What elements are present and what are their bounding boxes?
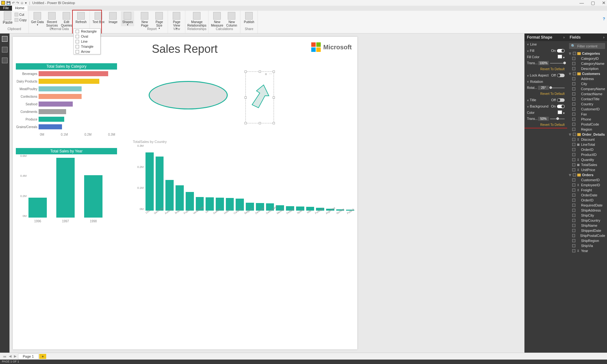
bg-trans-slider[interactable] bbox=[550, 119, 565, 119]
field-categoryname[interactable]: CategoryName bbox=[567, 61, 607, 66]
fill-toggle[interactable] bbox=[557, 49, 565, 52]
field-companyname[interactable]: CompanyName bbox=[567, 86, 607, 91]
line-section[interactable]: ∨Line bbox=[524, 41, 567, 47]
minimize-button[interactable]: — bbox=[579, 0, 584, 5]
shape-option-arrow[interactable]: Arrow bbox=[74, 49, 100, 54]
field-shippostalcode[interactable]: ShipPostalCode bbox=[567, 233, 607, 238]
page-prev-icon[interactable]: ◀ bbox=[8, 354, 12, 358]
rotation-slider[interactable] bbox=[550, 88, 565, 88]
page-first-icon[interactable]: ⏮ bbox=[2, 355, 7, 358]
bg-toggle[interactable] bbox=[557, 105, 565, 108]
field-customerid[interactable]: CustomerID bbox=[567, 107, 607, 112]
title-section[interactable]: ∨ TitleOff bbox=[524, 97, 567, 103]
tab-file[interactable]: File bbox=[0, 6, 12, 11]
chart-sales-by-category[interactable]: Total Sales by Category BeveragesDairy P… bbox=[16, 63, 117, 136]
chart-sales-by-country[interactable]: TotalSales by Country 0.3M0.2M0.1M0M USA… bbox=[133, 139, 354, 215]
field-city[interactable]: City bbox=[567, 81, 607, 86]
shapes-button[interactable]: Shapes▼ bbox=[121, 11, 134, 26]
bg-trans-input[interactable] bbox=[538, 117, 549, 121]
field-freight[interactable]: ΣFreight bbox=[567, 188, 607, 193]
paste-button[interactable]: Paste bbox=[2, 11, 13, 25]
field-shippeddate[interactable]: ShippedDate bbox=[567, 228, 607, 233]
shape-option-triangle[interactable]: Triangle bbox=[74, 44, 100, 49]
get-data-button[interactable]: Get Data▼ bbox=[31, 11, 44, 26]
bg-color-swatch[interactable] bbox=[558, 110, 562, 114]
field-shipname[interactable]: ShipName bbox=[567, 223, 607, 228]
field-region[interactable]: Region bbox=[567, 127, 607, 132]
shape-option-rectangle[interactable]: Rectangle bbox=[74, 29, 100, 34]
tab-home[interactable]: Home bbox=[12, 6, 28, 11]
close-button[interactable]: ✕ bbox=[602, 0, 606, 5]
field-contacttitle[interactable]: ContactTitle bbox=[567, 96, 607, 102]
copy-button[interactable]: Copy bbox=[15, 17, 27, 22]
new-measure-button[interactable]: New Measure bbox=[210, 11, 224, 27]
field-customerid[interactable]: CustomerID bbox=[567, 177, 607, 182]
lock-toggle[interactable] bbox=[557, 74, 565, 77]
oval-shape[interactable] bbox=[149, 81, 228, 109]
more-options-icon[interactable]: ⋯ bbox=[269, 72, 272, 76]
field-description[interactable]: Description bbox=[567, 66, 607, 71]
format-shape-header[interactable]: Format Shape› bbox=[524, 34, 567, 41]
maximize-button[interactable]: ▢ bbox=[591, 0, 595, 5]
fill-section[interactable]: ∨ FillOn bbox=[524, 47, 567, 54]
field-year[interactable]: ΣYear bbox=[567, 248, 607, 253]
lock-aspect-section[interactable]: ∨ Lock AspectOff bbox=[524, 72, 567, 78]
qat-undo-icon[interactable]: ↶ bbox=[12, 1, 15, 5]
field-postalcode[interactable]: PostalCode bbox=[567, 122, 607, 127]
shape-option-oval[interactable]: Oval bbox=[74, 34, 100, 39]
new-page-button[interactable]: New Page bbox=[138, 11, 151, 27]
selected-arrow-shape[interactable]: ≡ ⋯ bbox=[245, 71, 274, 123]
field-phone[interactable]: Phone bbox=[567, 117, 607, 122]
page-tab[interactable]: Page 1 bbox=[18, 354, 39, 359]
chart-sales-by-year[interactable]: Total Sales by Year 0.6M0.4M0.2M0M 19961… bbox=[16, 148, 117, 223]
field-shipcity[interactable]: ShipCity bbox=[567, 213, 607, 218]
field-orderid[interactable]: OrderID bbox=[567, 147, 607, 152]
rotation-section[interactable]: ∨Rotation bbox=[524, 78, 567, 85]
field-discount[interactable]: ΣDiscount bbox=[567, 137, 607, 142]
shape-option-line[interactable]: Line bbox=[74, 39, 100, 44]
field-shipregion[interactable]: ShipRegion bbox=[567, 238, 607, 243]
field-orderid[interactable]: OrderID bbox=[567, 198, 607, 203]
rotation-input[interactable] bbox=[538, 86, 549, 90]
field-totalsales[interactable]: ▦TotalSales bbox=[567, 162, 607, 167]
field-requireddate[interactable]: RequiredDate bbox=[567, 203, 607, 208]
drag-handle-icon[interactable]: ≡ bbox=[265, 72, 267, 76]
table-order_details[interactable]: ▽Order_Details bbox=[567, 132, 607, 137]
title-toggle[interactable] bbox=[557, 98, 565, 102]
report-view-icon[interactable] bbox=[2, 36, 8, 42]
table-categories[interactable]: ▽Categories bbox=[567, 51, 607, 56]
page-next-icon[interactable]: ▶ bbox=[13, 354, 17, 358]
table-customers[interactable]: ▽Customers bbox=[567, 71, 607, 76]
qat-smiley-icon[interactable]: ☺ bbox=[20, 1, 24, 5]
fields-search[interactable]: 🔍 Filter content bbox=[569, 43, 605, 49]
field-fax[interactable]: Fax bbox=[567, 112, 607, 117]
field-address[interactable]: Address bbox=[567, 76, 607, 81]
revert-bg[interactable]: Revert To Default bbox=[524, 122, 567, 128]
help-icon[interactable]: ? bbox=[603, 17, 605, 21]
field-unitprice[interactable]: ΣUnitPrice bbox=[567, 167, 607, 172]
trans-slider[interactable] bbox=[550, 63, 565, 64]
field-contactname[interactable]: ContactName bbox=[567, 91, 607, 96]
model-view-icon[interactable] bbox=[2, 58, 8, 63]
fields-header[interactable]: Fields› bbox=[567, 34, 607, 41]
fill-color-swatch[interactable] bbox=[558, 55, 562, 59]
edit-queries-button[interactable]: Edit Queries bbox=[60, 11, 73, 27]
data-view-icon[interactable] bbox=[2, 47, 8, 52]
manage-relationships-button[interactable]: Manage Relationships bbox=[188, 11, 206, 27]
field-quantity[interactable]: ΣQuantity bbox=[567, 157, 607, 162]
table-orders[interactable]: ▽Orders bbox=[567, 172, 607, 177]
add-page-button[interactable]: + bbox=[39, 354, 46, 359]
field-shipcountry[interactable]: ShipCountry bbox=[567, 218, 607, 223]
field-categoryid[interactable]: CategoryID bbox=[567, 56, 607, 61]
field-shipaddress[interactable]: ShipAddress bbox=[567, 208, 607, 213]
revert-fill[interactable]: Revert To Default bbox=[524, 66, 567, 72]
revert-rotation[interactable]: Revert To Default bbox=[524, 91, 567, 97]
qat-redo-icon[interactable]: ↷ bbox=[16, 1, 19, 5]
field-country[interactable]: Country bbox=[567, 102, 607, 107]
field-employeeid[interactable]: ΣEmployeeID bbox=[567, 182, 607, 188]
report-canvas[interactable]: Sales Report Microsoft Total Sales by Ca… bbox=[13, 37, 357, 349]
field-productid[interactable]: ProductID bbox=[567, 152, 607, 157]
field-shipvia[interactable]: ShipVia bbox=[567, 243, 607, 248]
trans-input[interactable] bbox=[538, 61, 549, 65]
image-button[interactable]: Image bbox=[106, 11, 120, 24]
